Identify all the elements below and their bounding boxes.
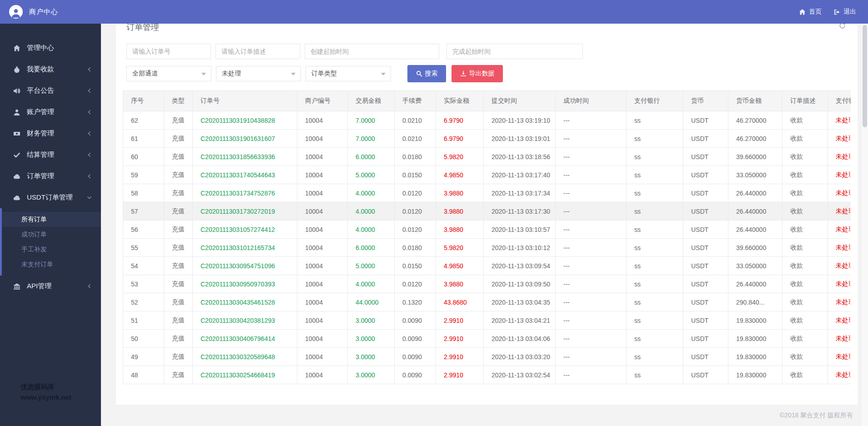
cell-order_no[interactable]: C20201113031910438828 xyxy=(193,111,297,130)
table-row[interactable]: 52充值C202011130304354615281000444.00000.1… xyxy=(123,293,851,311)
table-row[interactable]: 48充值C20201113030254668419100043.00000.00… xyxy=(123,366,851,384)
table-row[interactable]: 57充值C20201113031730272019100044.00000.01… xyxy=(123,202,851,221)
cell-bank: ss xyxy=(627,184,683,202)
table-row[interactable]: 49充值C20201113030320589648100043.00000.00… xyxy=(123,348,851,366)
user-avatar-icon[interactable] xyxy=(9,5,23,19)
cell-success_time: --- xyxy=(556,366,627,384)
table-row[interactable]: 59充值C20201113031740544643100045.00000.01… xyxy=(123,166,851,184)
status-select[interactable]: 未处理 xyxy=(216,66,301,81)
sidebar-item-财务管理[interactable]: 财务管理 xyxy=(0,123,101,144)
channel-select[interactable]: 全部通道 xyxy=(126,66,211,81)
sidebar-item-平台公告[interactable]: 平台公告 xyxy=(0,80,101,101)
caret-down-icon xyxy=(201,73,206,75)
cell-actual: 6.9790 xyxy=(436,130,484,148)
table-row[interactable]: 56充值C20201113031057274412100044.00000.01… xyxy=(123,221,851,239)
cell-status: 未处理 xyxy=(828,366,851,384)
caret-down-icon xyxy=(291,73,296,75)
cell-order_no[interactable]: C20201113030435461528 xyxy=(193,293,297,311)
cell-fee: 0.0210 xyxy=(395,130,436,148)
sidebar-item-USDT订单管理[interactable]: USDT订单管理 xyxy=(0,187,101,208)
cell-order_no[interactable]: C20201113030406796414 xyxy=(193,330,297,348)
cell-type: 充值 xyxy=(164,330,193,348)
column-header-merchant: 商户编号 xyxy=(297,91,348,111)
cell-status: 未处理 xyxy=(828,311,851,330)
cell-order_no[interactable]: C20201113031730272019 xyxy=(193,202,297,221)
sidebar-subitem-手工补发[interactable]: 手工补发 xyxy=(2,242,101,257)
order-desc-input[interactable] xyxy=(216,44,300,59)
sidebar-item-账户管理[interactable]: 账户管理 xyxy=(0,101,101,123)
cell-order_no[interactable]: C20201113031734752876 xyxy=(193,184,297,202)
sidebar-item-订单管理[interactable]: 订单管理 xyxy=(0,165,101,187)
cell-fee: 0.0150 xyxy=(395,257,436,275)
sidebar-item-结算管理[interactable]: 结算管理 xyxy=(0,144,101,165)
cell-fee: 0.0120 xyxy=(395,275,436,293)
column-header-submit_time: 提交时间 xyxy=(484,91,556,111)
cell-bank: ss xyxy=(627,330,683,348)
table-row[interactable]: 50充值C20201113030406796414100043.00000.00… xyxy=(123,330,851,348)
cell-seq: 59 xyxy=(123,166,164,184)
cell-order_no[interactable]: C20201113030950970393 xyxy=(193,275,297,293)
cell-desc: 收款 xyxy=(783,330,828,348)
table-row[interactable]: 62充值C20201113031910438828100047.00000.02… xyxy=(123,111,851,130)
table-row[interactable]: 53充值C20201113030950970393100044.00000.01… xyxy=(123,275,851,293)
sidebar-item-API管理[interactable]: API管理 xyxy=(0,276,101,297)
vertical-scrollbar[interactable] xyxy=(861,24,868,426)
table-row[interactable]: 51充值C20201113030420381293100043.00000.00… xyxy=(123,311,851,330)
cell-currency_amount: 26.440000 xyxy=(728,221,783,239)
cell-submit_time: 2020-11-13 03:10:57 xyxy=(484,221,556,239)
nav-logout-link[interactable]: 退出 xyxy=(833,8,856,16)
cell-actual: 4.9850 xyxy=(436,166,484,184)
cell-bank: ss xyxy=(627,111,683,130)
table-row[interactable]: 54充值C20201113030954751096100045.00000.01… xyxy=(123,257,851,275)
cell-currency_amount: 19.830000 xyxy=(728,366,783,384)
chevron-left-icon xyxy=(87,284,92,289)
cell-amount: 7.0000 xyxy=(348,111,395,130)
cell-submit_time: 2020-11-13 03:17:30 xyxy=(484,202,556,221)
cell-order_no[interactable]: C20201113031901631607 xyxy=(193,130,297,148)
cell-amount: 4.0000 xyxy=(348,221,395,239)
cell-fee: 0.0090 xyxy=(395,348,436,366)
chevron-left-icon xyxy=(87,88,92,93)
sidebar-subitem-未支付订单[interactable]: 未支付订单 xyxy=(2,257,101,272)
cell-amount: 44.0000 xyxy=(348,293,395,311)
cell-order_no[interactable]: C20201113030954751096 xyxy=(193,257,297,275)
cell-merchant: 10004 xyxy=(297,239,348,257)
table-row[interactable]: 61充值C20201113031901631607100047.00000.02… xyxy=(123,130,851,148)
cell-bank: ss xyxy=(627,239,683,257)
cell-submit_time: 2020-11-13 03:17:40 xyxy=(484,166,556,184)
table-row[interactable]: 60充值C20201113031856633936100046.00000.01… xyxy=(123,148,851,166)
cell-order_no[interactable]: C20201113031856633936 xyxy=(193,148,297,166)
cell-amount: 6.0000 xyxy=(348,148,395,166)
export-data-button[interactable]: 导出数据 xyxy=(452,65,503,82)
cell-order_no[interactable]: C20201113030254668419 xyxy=(193,366,297,384)
cell-status: 未处理 xyxy=(828,221,851,239)
sidebar-subitem-成功订单[interactable]: 成功订单 xyxy=(2,227,101,242)
cell-order_no[interactable]: C20201113030420381293 xyxy=(193,311,297,330)
sidebar-subitem-所有订单[interactable]: 所有订单 xyxy=(2,212,101,227)
sidebar-item-我要收款[interactable]: 我要收款 xyxy=(0,59,101,80)
cell-currency: USDT xyxy=(683,239,728,257)
order-no-input[interactable] xyxy=(126,44,211,59)
cell-order_no[interactable]: C20201113031012165734 xyxy=(193,239,297,257)
table-row[interactable]: 58充值C20201113031734752876100044.00000.01… xyxy=(123,184,851,202)
cell-seq: 50 xyxy=(123,330,164,348)
cell-actual: 2.9910 xyxy=(436,348,484,366)
finish-time-input[interactable] xyxy=(447,44,583,59)
column-header-seq: 序号 xyxy=(123,91,164,111)
nav-home-link[interactable]: 首页 xyxy=(799,8,822,16)
cell-seq: 53 xyxy=(123,275,164,293)
cell-success_time: --- xyxy=(556,221,627,239)
cell-order_no[interactable]: C20201113031740544643 xyxy=(193,166,297,184)
column-header-currency_amount: 货币金额 xyxy=(728,91,783,111)
footer-copyright: ©2018 聚合支付 版权所有 xyxy=(116,411,853,420)
cell-order_no[interactable]: C20201113031057274412 xyxy=(193,221,297,239)
cell-order_no[interactable]: C20201113030320589648 xyxy=(193,348,297,366)
cell-bank: ss xyxy=(627,293,683,311)
order-type-select[interactable]: 订单类型 xyxy=(306,66,391,81)
table-row[interactable]: 55充值C20201113031012165734100046.00000.01… xyxy=(123,239,851,257)
create-time-input[interactable] xyxy=(305,44,439,59)
cell-desc: 收款 xyxy=(783,311,828,330)
sidebar-item-管理中心[interactable]: 管理中心 xyxy=(0,37,101,59)
search-button[interactable]: 搜索 xyxy=(407,65,446,82)
scrollbar-thumb[interactable] xyxy=(863,25,867,127)
